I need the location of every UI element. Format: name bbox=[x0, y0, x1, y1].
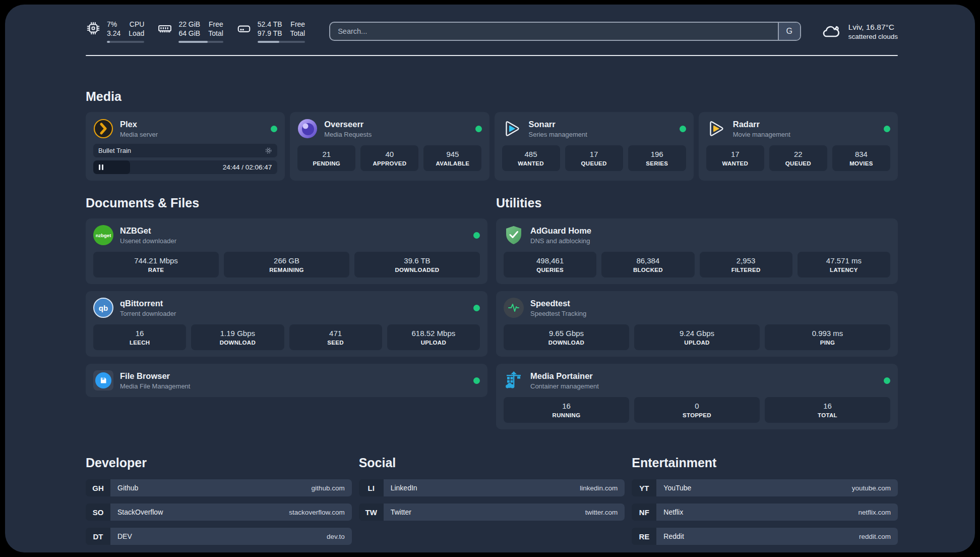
adguard-icon bbox=[504, 225, 524, 245]
status-dot bbox=[473, 305, 480, 311]
stat-filtered: 2,953 FILTERED bbox=[700, 252, 792, 277]
utilities-column: Utilities AdGuard Home DNS and adblockin… bbox=[496, 196, 898, 429]
app-card-plex[interactable]: Plex Media server Bullet Train 24:44 / 0… bbox=[86, 112, 285, 181]
stat-download: 9.65 Gbps DOWNLOAD bbox=[504, 324, 629, 350]
weather-location: Lviv, 16.87°C bbox=[848, 23, 898, 32]
playback-time: 24:44 / 02:06:47 bbox=[223, 163, 278, 171]
disk-stats: 52.4 TB 97.9 TB Free Total bbox=[258, 20, 305, 43]
app-card-nzbget[interactable]: nzbget NZBGet Usenet downloader 744.21 M… bbox=[86, 218, 487, 284]
stat-queued: 17 QUEUED bbox=[565, 145, 623, 171]
stat-rate: 744.21 Mbps RATE bbox=[93, 252, 219, 277]
links-developer: Developer GH Github github.com SO StackO… bbox=[86, 456, 352, 552]
app-desc: Speedtest Tracking bbox=[530, 310, 586, 317]
settings-icon[interactable] bbox=[265, 147, 272, 154]
stat-blocked: 86,384 BLOCKED bbox=[601, 252, 694, 277]
cloud-icon bbox=[821, 21, 841, 41]
link-abbr: LI bbox=[359, 479, 384, 496]
link-abbr: SO bbox=[86, 504, 110, 521]
portainer-icon bbox=[504, 370, 524, 391]
ram-progress-track bbox=[178, 41, 223, 43]
app-card-qbittorrent[interactable]: qb qBittorrent Torrent downloader 16 LEE… bbox=[86, 291, 487, 357]
documents-column: Documents & Files nzbget NZBGet Usenet d… bbox=[86, 196, 487, 429]
dashboard-panel: 7% 3.24 CPU Load bbox=[5, 5, 975, 552]
disk-progress-fill bbox=[258, 41, 279, 43]
app-card-portainer[interactable]: Media Portainer Container management 16 … bbox=[496, 364, 898, 429]
app-name: Speedtest bbox=[530, 299, 586, 308]
links-social: Social LI LinkedIn linkedin.com TW Twitt… bbox=[359, 456, 625, 552]
stat-approved: 40 APPROVED bbox=[360, 145, 418, 171]
stat-seed: 471 SEED bbox=[289, 324, 382, 350]
app-desc: Container management bbox=[530, 382, 599, 390]
status-dot bbox=[271, 126, 277, 132]
ram-stats: 22 GiB 64 GiB Free Total bbox=[178, 20, 223, 43]
playback-progress-bar[interactable]: 24:44 / 02:06:47 bbox=[93, 160, 277, 174]
app-name: File Browser bbox=[120, 371, 190, 381]
pause-icon bbox=[99, 164, 100, 170]
app-desc: Usenet downloader bbox=[120, 237, 176, 245]
cpu-label: CPU bbox=[129, 20, 144, 29]
links-entertainment: Entertainment YT YouTube youtube.com NF … bbox=[632, 456, 898, 552]
status-dot bbox=[475, 126, 482, 132]
cpu-load-label: Load bbox=[129, 29, 144, 38]
section-title-developer: Developer bbox=[86, 456, 352, 470]
link-linkedin[interactable]: LI LinkedIn linkedin.com bbox=[359, 479, 625, 496]
app-card-sonarr[interactable]: Sonarr Series management 485 WANTED 17 Q… bbox=[495, 112, 694, 181]
speedtest-icon bbox=[504, 298, 524, 318]
stat-total: 16 TOTAL bbox=[765, 397, 890, 423]
status-dot bbox=[884, 377, 890, 384]
search-bar[interactable]: G bbox=[329, 22, 801, 41]
stat-queued: 22 QUEUED bbox=[769, 145, 827, 171]
app-desc: Torrent downloader bbox=[120, 310, 176, 317]
disk-total-value: 97.9 TB bbox=[258, 29, 282, 38]
cpu-usage: 7% bbox=[107, 20, 120, 29]
app-name: Overseerr bbox=[324, 120, 372, 129]
cpu-load-value: 3.24 bbox=[107, 29, 120, 38]
link-stackoverflow[interactable]: SO StackOverflow stackoverflow.com bbox=[86, 504, 352, 521]
ram-icon bbox=[157, 21, 172, 36]
search-engine-button[interactable]: G bbox=[778, 23, 800, 40]
link-reddit[interactable]: RE Reddit reddit.com bbox=[632, 528, 898, 545]
app-name: qBittorrent bbox=[120, 299, 176, 308]
link-abbr: GH bbox=[86, 479, 110, 496]
app-name: Plex bbox=[120, 120, 158, 129]
app-desc: DNS and adblocking bbox=[530, 237, 591, 245]
app-desc: Media server bbox=[120, 131, 158, 138]
app-card-adguard[interactable]: AdGuard Home DNS and adblocking 498,461 … bbox=[496, 218, 898, 284]
disk-icon bbox=[236, 21, 252, 36]
ram-widget: 22 GiB 64 GiB Free Total bbox=[157, 20, 223, 43]
link-github[interactable]: GH Github github.com bbox=[86, 479, 352, 496]
stat-movies: 834 MOVIES bbox=[832, 145, 890, 171]
link-youtube[interactable]: YT YouTube youtube.com bbox=[632, 479, 898, 496]
app-card-overseerr[interactable]: Overseerr Media Requests 21 PENDING 40 A… bbox=[290, 112, 489, 181]
cpu-stats: 7% 3.24 CPU Load bbox=[107, 20, 144, 43]
overseerr-icon bbox=[297, 119, 318, 139]
ram-progress-fill bbox=[178, 41, 207, 43]
status-dot bbox=[473, 232, 480, 239]
section-title-documents: Documents & Files bbox=[86, 196, 487, 210]
cpu-icon bbox=[86, 21, 101, 36]
app-card-speedtest[interactable]: Speedtest Speedtest Tracking 9.65 Gbps D… bbox=[496, 291, 898, 357]
weather-text: Lviv, 16.87°C scattered clouds bbox=[848, 23, 898, 40]
link-twitter[interactable]: TW Twitter twitter.com bbox=[359, 504, 625, 521]
search-input[interactable] bbox=[330, 23, 778, 40]
disk-total-label: Total bbox=[290, 29, 305, 38]
ram-free-value: 22 GiB bbox=[178, 20, 200, 29]
link-abbr: NF bbox=[632, 504, 656, 521]
app-desc: Media File Management bbox=[120, 382, 190, 390]
link-abbr: DT bbox=[86, 528, 110, 545]
qbittorrent-icon: qb bbox=[93, 298, 113, 318]
stat-queries: 498,461 QUERIES bbox=[504, 252, 596, 277]
stat-remaining: 266 GB REMAINING bbox=[224, 252, 349, 277]
link-abbr: YT bbox=[632, 479, 656, 496]
link-netflix[interactable]: NF Netflix netflix.com bbox=[632, 504, 898, 521]
status-dot bbox=[884, 126, 890, 132]
stat-download: 1.19 Gbps DOWNLOAD bbox=[191, 324, 284, 350]
radarr-icon bbox=[706, 119, 726, 139]
stat-series: 196 SERIES bbox=[628, 145, 686, 171]
cpu-progress-fill bbox=[107, 41, 110, 43]
section-title-utilities: Utilities bbox=[496, 196, 898, 210]
app-card-filebrowser[interactable]: File Browser Media File Management bbox=[86, 364, 487, 397]
app-card-radarr[interactable]: Radarr Movie management 17 WANTED 22 QUE… bbox=[699, 112, 898, 181]
playback-progress-fill bbox=[93, 160, 130, 174]
link-dev[interactable]: DT DEV dev.to bbox=[86, 528, 352, 545]
